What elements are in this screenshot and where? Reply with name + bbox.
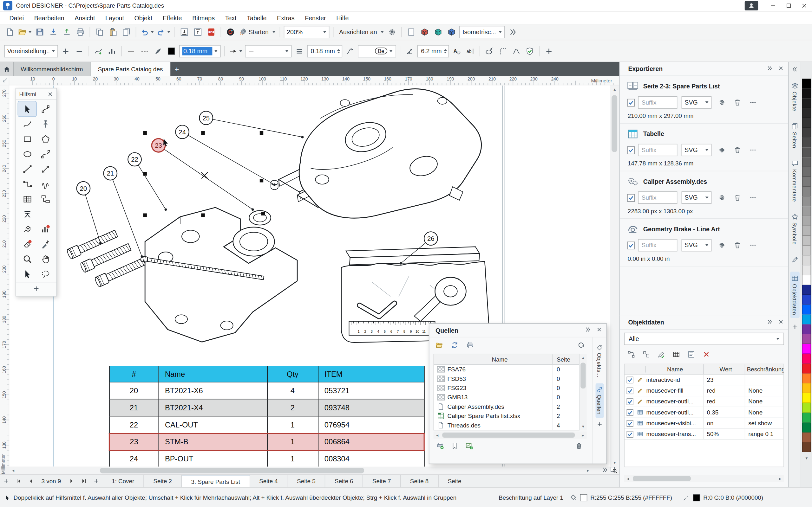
document-tab[interactable]: Spare Parts Catalog.des [91,62,171,76]
line-tool[interactable] [18,161,36,176]
export-item-delete-button[interactable] [731,191,744,204]
export-item-checkbox[interactable] [627,193,635,201]
new-document-tab-button[interactable]: + [171,62,183,76]
view-isometric-button[interactable] [432,25,445,39]
dockstrip-add-button[interactable] [791,323,798,332]
user-account-button[interactable] [745,1,758,10]
palette-color-swatch[interactable] [802,383,811,393]
selection-handle[interactable] [260,179,263,182]
eyedropper-tool[interactable] [36,236,54,251]
new-document-button[interactable] [3,25,16,39]
selection-handle[interactable] [143,213,147,217]
palette-color-swatch[interactable] [802,137,811,147]
export-item-more-button[interactable] [747,191,759,204]
palette-color-swatch[interactable] [802,167,811,177]
source-row[interactable]: Caliper Assembly.des2 [434,402,579,411]
suffix-input[interactable] [638,144,677,156]
objectdata-row[interactable]: mouseover-outli...0.35None [624,407,783,418]
export-item-checkbox[interactable] [627,99,635,106]
palette-color-swatch[interactable] [802,305,811,315]
sources-bookmark-button[interactable] [451,442,458,451]
objectdata-row-checkbox[interactable] [626,387,633,394]
palette-color-swatch[interactable] [802,423,811,433]
palette-color-swatch[interactable] [802,147,811,157]
suffix-input[interactable] [638,191,677,204]
chart-tool[interactable] [36,222,54,236]
zoom-level-select[interactable]: 200% [284,26,329,38]
rotate-options-button[interactable] [483,44,496,58]
palette-color-swatch[interactable] [802,285,811,295]
menu-bitmaps[interactable]: Bitmaps [187,12,220,23]
objectdata-row-checkbox[interactable] [626,377,633,383]
sources-h-scrollbar[interactable]: ◄► [434,432,587,439]
callout-20[interactable]: 20 [77,181,90,195]
maximize-button[interactable] [781,0,797,11]
minimize-button[interactable] [765,0,781,11]
docker-side-tab-quellen[interactable]: Quellen [595,383,604,418]
first-page-button[interactable] [12,475,25,487]
source-row[interactable]: FSG230 [434,383,579,393]
export-panel-collapse-button[interactable] [766,65,773,72]
docker-tab-kommentare[interactable]: Kommentare [790,157,799,205]
table-tool[interactable] [18,191,36,206]
rectangle-tool[interactable] [18,131,36,147]
export-item-checkbox[interactable] [627,146,635,154]
h-scroll-thumb[interactable] [100,468,364,473]
page-tab[interactable]: 3: Spare Parts List [182,475,250,487]
objectdata-pen-check-button[interactable] [655,348,667,360]
corner-style-button[interactable] [496,44,509,58]
snap-to-select[interactable]: Ausrichten an [336,25,386,39]
eraser-tool[interactable] [18,236,36,251]
dockstrip-expand-button[interactable] [792,66,798,74]
objectdata-close-button[interactable] [778,319,784,326]
palette-color-swatch[interactable] [802,216,811,226]
menu-fenster[interactable]: Fenster [300,12,331,23]
palette-color-swatch[interactable] [802,275,811,285]
toolbar-overflow-button[interactable] [506,25,519,39]
curve-arrow-button[interactable] [343,44,357,58]
suffix-input[interactable] [638,96,677,109]
v-scroll-thumb[interactable] [612,95,617,152]
export-panel-close-button[interactable] [778,65,784,72]
palette-color-swatch[interactable] [802,433,811,442]
scroll-down-arrow[interactable]: ▼ [611,459,618,466]
flowchart-tool[interactable] [36,191,54,206]
format-select[interactable]: SVG [681,239,712,251]
menu-text[interactable]: Text [220,12,242,23]
source-row[interactable]: FSD530 [434,374,579,383]
connector-tool[interactable] [18,176,36,191]
callout-26[interactable]: 26 [424,232,438,245]
export-item-settings-button[interactable] [716,191,728,204]
palette-color-swatch[interactable] [802,354,811,364]
toolbox-add-button[interactable] [33,285,40,294]
ruler-origin-button[interactable] [0,76,9,85]
export-item[interactable]: Caliper Assembly.desSVG2283.00 px x 1303… [620,171,788,219]
redo-button[interactable] [155,25,172,39]
callout-25[interactable]: 25 [200,111,213,124]
source-row[interactable]: GMB130 [434,393,579,402]
export-item-settings-button[interactable] [716,144,728,156]
launch-button[interactable]: Starten [237,25,277,39]
callout-24[interactable]: 24 [175,125,189,138]
horizontal-ruler[interactable]: 1001020304050607080901001101201301401501… [9,76,619,85]
palette-color-swatch[interactable] [802,334,811,344]
parts-table-row[interactable]: 23STM-B1006864 [109,433,424,450]
palette-color-swatch[interactable] [802,295,811,305]
export-item[interactable]: TabelleSVG147.78 mm x 128.36 mm [620,124,788,171]
palette-color-swatch[interactable] [802,177,811,187]
selection-handle[interactable] [201,131,205,135]
sources-print-button[interactable] [467,341,474,350]
objectdata-row-checkbox[interactable] [626,431,633,437]
docker-tab-symbole[interactable]: Symbole [790,210,799,248]
projection-select[interactable]: Isometrisc... [459,26,505,38]
page-tab[interactable]: Seite 2 [144,475,182,487]
selection-handle[interactable] [261,212,265,216]
spring-tool[interactable] [36,176,54,191]
palette-color-swatch[interactable] [802,187,811,196]
page-tab[interactable]: Seite 5 [288,475,325,487]
page-tab[interactable]: Seite 7 [363,475,401,487]
page-tab[interactable]: Seite 8 [401,475,438,487]
page-border-button[interactable] [404,25,418,39]
zoom-to-page-button[interactable] [610,466,617,475]
objectdata-filter-select[interactable]: Alle [624,333,784,345]
